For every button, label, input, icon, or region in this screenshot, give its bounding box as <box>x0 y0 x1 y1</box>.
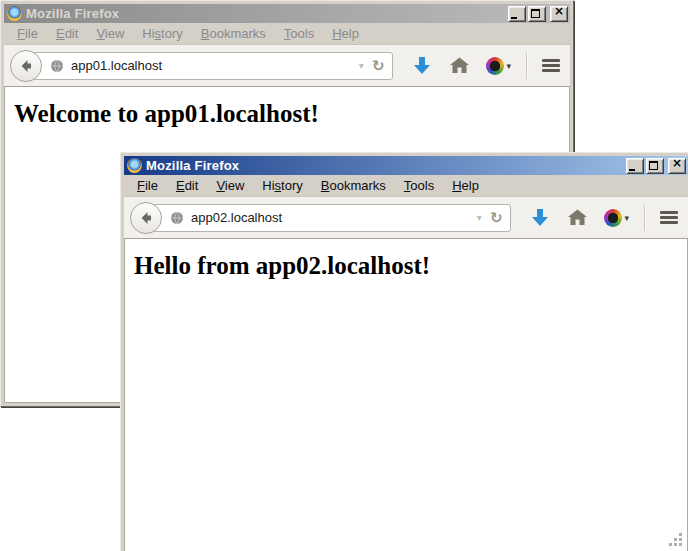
back-arrow-icon <box>18 58 34 74</box>
hamburger-menu-button[interactable] <box>542 59 560 72</box>
url-bar[interactable]: app02.localhost ▾ ↻ <box>147 204 511 232</box>
url-text[interactable]: app02.localhost <box>191 210 471 225</box>
close-button[interactable] <box>550 6 568 22</box>
navigation-toolbar: app01.localhost ▾ ↻ ▾ <box>4 44 570 87</box>
url-text[interactable]: app01.localhost <box>71 58 353 73</box>
maximize-icon <box>531 9 540 18</box>
home-icon <box>568 209 587 226</box>
menu-bookmarks[interactable]: Bookmarks <box>312 176 395 195</box>
menu-bookmarks[interactable]: Bookmarks <box>192 24 275 43</box>
back-button[interactable] <box>10 50 42 82</box>
download-button[interactable] <box>413 56 431 76</box>
color-wheel-icon <box>604 209 622 227</box>
maximize-icon <box>649 161 658 170</box>
window-title: Mozilla Firefox <box>146 158 622 173</box>
menu-edit[interactable]: Edit <box>167 176 207 195</box>
browser-window-app02: Mozilla Firefox File Edit View History B… <box>120 152 688 551</box>
url-bar[interactable]: app01.localhost ▾ ↻ <box>27 52 393 80</box>
minimize-icon <box>629 169 635 171</box>
addon-button[interactable]: ▾ <box>486 57 511 75</box>
window-controls <box>626 158 686 174</box>
chevron-down-icon: ▾ <box>624 213 629 223</box>
title-bar[interactable]: Mozilla Firefox <box>4 4 570 23</box>
close-button[interactable] <box>668 158 686 174</box>
title-bar[interactable]: Mozilla Firefox <box>124 156 688 175</box>
menu-view[interactable]: View <box>207 176 253 195</box>
page-heading: Hello from app02.localhost! <box>134 252 687 280</box>
back-button[interactable] <box>130 202 162 234</box>
page-content: Hello from app02.localhost! <box>124 239 688 551</box>
reload-icon[interactable]: ↻ <box>370 57 393 75</box>
maximize-button[interactable] <box>528 6 546 22</box>
home-button[interactable] <box>450 57 469 74</box>
menu-history[interactable]: History <box>133 24 191 43</box>
url-dropdown-icon[interactable]: ▾ <box>353 60 370 71</box>
back-arrow-icon <box>138 210 154 226</box>
menu-file[interactable]: File <box>8 24 47 43</box>
download-button[interactable] <box>531 208 549 228</box>
toolbar-separator <box>526 53 528 79</box>
desktop: Mozilla Firefox File Edit View History B… <box>0 0 688 551</box>
globe-icon <box>50 59 64 73</box>
menu-history[interactable]: History <box>253 176 311 195</box>
download-arrow-icon <box>413 56 431 76</box>
minimize-button[interactable] <box>508 6 526 22</box>
window-controls <box>508 6 568 22</box>
firefox-icon <box>7 6 22 21</box>
download-arrow-icon <box>531 208 549 228</box>
minimize-icon <box>511 17 517 19</box>
home-icon <box>450 57 469 74</box>
color-wheel-icon <box>486 57 504 75</box>
firefox-icon <box>127 158 142 173</box>
menu-help[interactable]: Help <box>443 176 488 195</box>
menu-tools[interactable]: Tools <box>395 176 443 195</box>
hamburger-menu-button[interactable] <box>660 211 678 224</box>
menu-edit[interactable]: Edit <box>47 24 87 43</box>
reload-icon[interactable]: ↻ <box>488 209 511 227</box>
menu-bar: File Edit View History Bookmarks Tools H… <box>124 175 688 196</box>
home-button[interactable] <box>568 209 587 226</box>
menu-file[interactable]: File <box>128 176 167 195</box>
page-heading: Welcome to app01.localhost! <box>14 100 569 128</box>
menu-tools[interactable]: Tools <box>275 24 323 43</box>
addon-button[interactable]: ▾ <box>604 209 629 227</box>
globe-icon <box>170 211 184 225</box>
chevron-down-icon: ▾ <box>506 61 511 71</box>
resize-grip[interactable] <box>668 532 684 548</box>
toolbar-separator <box>644 205 646 231</box>
url-dropdown-icon[interactable]: ▾ <box>471 212 488 223</box>
menu-help[interactable]: Help <box>323 24 368 43</box>
navigation-toolbar: app02.localhost ▾ ↻ ▾ <box>124 196 688 239</box>
window-title: Mozilla Firefox <box>26 6 504 21</box>
minimize-button[interactable] <box>626 158 644 174</box>
menu-bar: File Edit View History Bookmarks Tools H… <box>4 23 570 44</box>
maximize-button[interactable] <box>646 158 664 174</box>
menu-view[interactable]: View <box>87 24 133 43</box>
